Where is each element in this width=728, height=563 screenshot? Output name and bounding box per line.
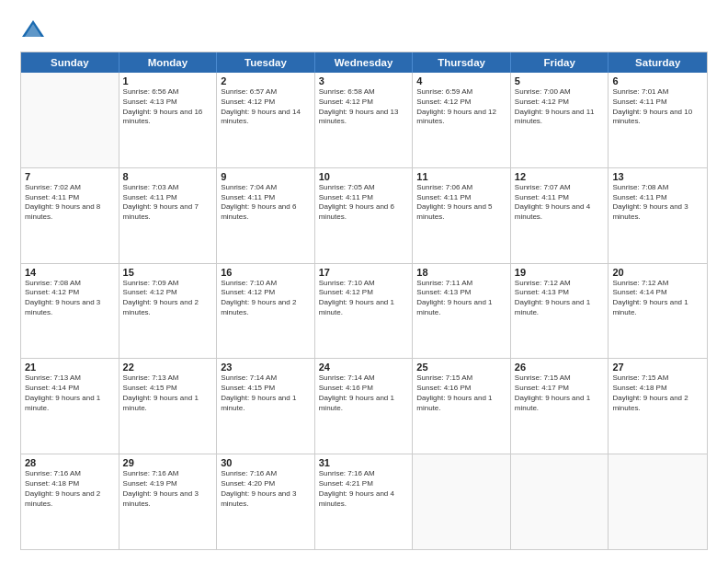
cal-cell-1-4: 11Sunrise: 7:06 AMSunset: 4:11 PMDayligh… — [413, 168, 511, 263]
cell-info: Sunrise: 7:16 AMSunset: 4:21 PMDaylight:… — [319, 469, 409, 509]
cal-cell-4-3: 31Sunrise: 7:16 AMSunset: 4:21 PMDayligh… — [315, 454, 414, 549]
day-number: 24 — [319, 362, 409, 373]
logo-icon — [20, 17, 46, 42]
cell-info: Sunrise: 7:12 AMSunset: 4:14 PMDaylight:… — [612, 279, 703, 318]
header — [20, 17, 708, 42]
cal-cell-1-2: 9Sunrise: 7:04 AMSunset: 4:11 PMDaylight… — [217, 168, 315, 263]
day-number: 22 — [123, 362, 213, 373]
cal-cell-0-2: 2Sunrise: 6:57 AMSunset: 4:12 PMDaylight… — [217, 73, 315, 167]
cal-cell-0-5: 5Sunrise: 7:00 AMSunset: 4:12 PMDaylight… — [511, 73, 609, 167]
cal-cell-3-1: 22Sunrise: 7:13 AMSunset: 4:15 PMDayligh… — [119, 359, 218, 454]
day-number: 13 — [612, 171, 703, 182]
calendar-body: 1Sunrise: 6:56 AMSunset: 4:13 PMDaylight… — [21, 73, 707, 549]
cell-info: Sunrise: 7:08 AMSunset: 4:11 PMDaylight:… — [612, 183, 703, 223]
cal-cell-2-5: 19Sunrise: 7:12 AMSunset: 4:13 PMDayligh… — [511, 264, 609, 359]
calendar-row-4: 28Sunrise: 7:16 AMSunset: 4:18 PMDayligh… — [21, 454, 707, 549]
day-number: 3 — [319, 75, 409, 86]
cal-cell-0-6: 6Sunrise: 7:01 AMSunset: 4:11 PMDaylight… — [609, 73, 707, 167]
cell-info: Sunrise: 7:13 AMSunset: 4:14 PMDaylight:… — [25, 373, 115, 413]
cell-info: Sunrise: 7:14 AMSunset: 4:16 PMDaylight:… — [319, 373, 409, 413]
cell-info: Sunrise: 7:15 AMSunset: 4:16 PMDaylight:… — [416, 373, 506, 413]
cell-info: Sunrise: 7:16 AMSunset: 4:18 PMDaylight:… — [25, 469, 115, 509]
day-number: 25 — [416, 362, 506, 373]
day-number: 17 — [319, 267, 409, 278]
weekday-header-saturday: Saturday — [609, 52, 707, 73]
cal-cell-4-0: 28Sunrise: 7:16 AMSunset: 4:18 PMDayligh… — [21, 454, 119, 549]
logo — [20, 17, 50, 42]
day-number: 11 — [416, 171, 506, 182]
cal-cell-4-2: 30Sunrise: 7:16 AMSunset: 4:20 PMDayligh… — [217, 454, 315, 549]
cell-info: Sunrise: 7:00 AMSunset: 4:12 PMDaylight:… — [515, 87, 605, 127]
cal-cell-4-1: 29Sunrise: 7:16 AMSunset: 4:19 PMDayligh… — [119, 454, 218, 549]
day-number: 5 — [515, 75, 605, 86]
day-number: 23 — [221, 362, 311, 373]
day-number: 8 — [123, 171, 213, 182]
calendar-row-2: 14Sunrise: 7:08 AMSunset: 4:12 PMDayligh… — [21, 263, 707, 359]
cell-info: Sunrise: 7:02 AMSunset: 4:11 PMDaylight:… — [25, 183, 115, 223]
cell-info: Sunrise: 7:10 AMSunset: 4:12 PMDaylight:… — [221, 279, 311, 318]
cell-info: Sunrise: 7:05 AMSunset: 4:11 PMDaylight:… — [319, 183, 409, 223]
cell-info: Sunrise: 7:12 AMSunset: 4:13 PMDaylight:… — [515, 279, 605, 318]
cell-info: Sunrise: 6:59 AMSunset: 4:12 PMDaylight:… — [416, 87, 506, 127]
cal-cell-3-2: 23Sunrise: 7:14 AMSunset: 4:15 PMDayligh… — [217, 359, 315, 454]
calendar-row-3: 21Sunrise: 7:13 AMSunset: 4:14 PMDayligh… — [21, 358, 707, 454]
weekday-header-thursday: Thursday — [413, 52, 511, 73]
day-number: 1 — [123, 75, 213, 86]
cell-info: Sunrise: 7:06 AMSunset: 4:11 PMDaylight:… — [416, 183, 506, 223]
weekday-header-tuesday: Tuesday — [217, 52, 315, 73]
day-number: 26 — [515, 362, 605, 373]
cal-cell-0-3: 3Sunrise: 6:58 AMSunset: 4:12 PMDaylight… — [315, 73, 414, 167]
cal-cell-2-4: 18Sunrise: 7:11 AMSunset: 4:13 PMDayligh… — [413, 264, 511, 359]
cal-cell-2-3: 17Sunrise: 7:10 AMSunset: 4:12 PMDayligh… — [315, 264, 414, 359]
cell-info: Sunrise: 7:01 AMSunset: 4:11 PMDaylight:… — [612, 87, 703, 127]
day-number: 29 — [123, 457, 213, 468]
cell-info: Sunrise: 7:03 AMSunset: 4:11 PMDaylight:… — [123, 183, 213, 223]
calendar-header: SundayMondayTuesdayWednesdayThursdayFrid… — [21, 52, 707, 73]
cal-cell-1-1: 8Sunrise: 7:03 AMSunset: 4:11 PMDaylight… — [119, 168, 218, 263]
cell-info: Sunrise: 7:10 AMSunset: 4:12 PMDaylight:… — [319, 279, 409, 318]
day-number: 16 — [221, 267, 311, 278]
cal-cell-4-4 — [413, 454, 511, 549]
cell-info: Sunrise: 7:09 AMSunset: 4:12 PMDaylight:… — [123, 279, 213, 318]
day-number: 4 — [416, 75, 506, 86]
cell-info: Sunrise: 7:08 AMSunset: 4:12 PMDaylight:… — [25, 279, 115, 318]
cal-cell-0-0 — [21, 73, 119, 167]
cell-info: Sunrise: 7:15 AMSunset: 4:17 PMDaylight:… — [515, 373, 605, 413]
cell-info: Sunrise: 7:11 AMSunset: 4:13 PMDaylight:… — [416, 279, 506, 318]
cal-cell-3-6: 27Sunrise: 7:15 AMSunset: 4:18 PMDayligh… — [609, 359, 707, 454]
day-number: 30 — [221, 457, 311, 468]
day-number: 15 — [123, 267, 213, 278]
weekday-header-wednesday: Wednesday — [315, 52, 414, 73]
cal-cell-4-6 — [609, 454, 707, 549]
cal-cell-3-3: 24Sunrise: 7:14 AMSunset: 4:16 PMDayligh… — [315, 359, 414, 454]
cell-info: Sunrise: 6:56 AMSunset: 4:13 PMDaylight:… — [123, 87, 213, 127]
weekday-header-friday: Friday — [511, 52, 609, 73]
cell-info: Sunrise: 6:58 AMSunset: 4:12 PMDaylight:… — [319, 87, 409, 127]
cal-cell-2-0: 14Sunrise: 7:08 AMSunset: 4:12 PMDayligh… — [21, 264, 119, 359]
day-number: 19 — [515, 267, 605, 278]
cal-cell-3-0: 21Sunrise: 7:13 AMSunset: 4:14 PMDayligh… — [21, 359, 119, 454]
cell-info: Sunrise: 7:14 AMSunset: 4:15 PMDaylight:… — [221, 373, 311, 413]
cell-info: Sunrise: 7:04 AMSunset: 4:11 PMDaylight:… — [221, 183, 311, 223]
cal-cell-1-6: 13Sunrise: 7:08 AMSunset: 4:11 PMDayligh… — [609, 168, 707, 263]
cell-info: Sunrise: 7:16 AMSunset: 4:20 PMDaylight:… — [221, 469, 311, 509]
day-number: 21 — [25, 362, 115, 373]
day-number: 27 — [612, 362, 703, 373]
cal-cell-2-2: 16Sunrise: 7:10 AMSunset: 4:12 PMDayligh… — [217, 264, 315, 359]
weekday-header-monday: Monday — [119, 52, 218, 73]
page: SundayMondayTuesdayWednesdayThursdayFrid… — [0, 0, 728, 563]
calendar: SundayMondayTuesdayWednesdayThursdayFrid… — [20, 52, 708, 550]
cal-cell-3-4: 25Sunrise: 7:15 AMSunset: 4:16 PMDayligh… — [413, 359, 511, 454]
weekday-header-sunday: Sunday — [21, 52, 119, 73]
day-number: 12 — [515, 171, 605, 182]
cell-info: Sunrise: 6:57 AMSunset: 4:12 PMDaylight:… — [221, 87, 311, 127]
cell-info: Sunrise: 7:15 AMSunset: 4:18 PMDaylight:… — [612, 373, 703, 413]
day-number: 18 — [416, 267, 506, 278]
day-number: 9 — [221, 171, 311, 182]
cal-cell-2-6: 20Sunrise: 7:12 AMSunset: 4:14 PMDayligh… — [609, 264, 707, 359]
cal-cell-3-5: 26Sunrise: 7:15 AMSunset: 4:17 PMDayligh… — [511, 359, 609, 454]
day-number: 10 — [319, 171, 409, 182]
cal-cell-1-0: 7Sunrise: 7:02 AMSunset: 4:11 PMDaylight… — [21, 168, 119, 263]
calendar-row-0: 1Sunrise: 6:56 AMSunset: 4:13 PMDaylight… — [21, 73, 707, 167]
day-number: 20 — [612, 267, 703, 278]
